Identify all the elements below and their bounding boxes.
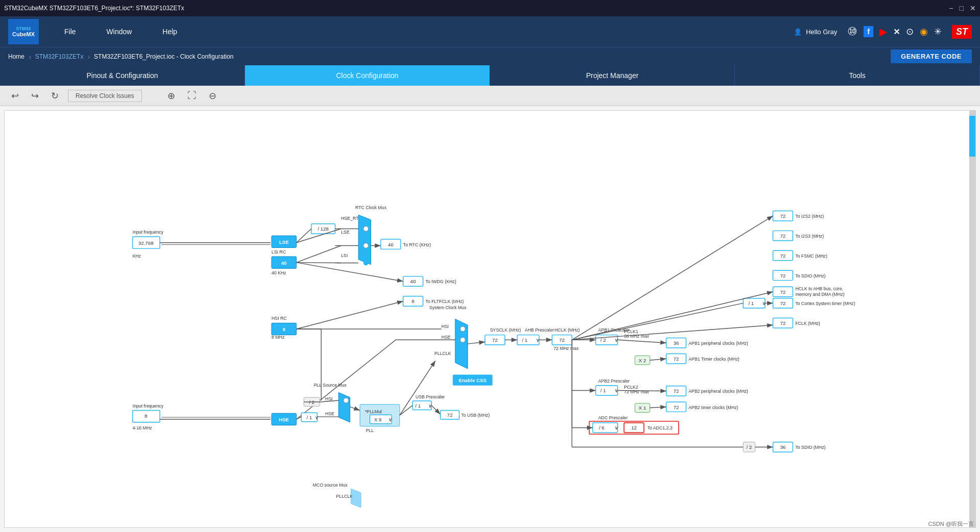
svg-text:72 MHz max: 72 MHz max [624,389,650,394]
svg-text:40: 40 [281,260,287,266]
svg-text:/ 2: / 2 [600,337,606,343]
breadcrumb-home[interactable]: Home [8,53,29,60]
svg-text:36: 36 [780,444,786,450]
twitter-icon[interactable]: ✕ [893,27,900,37]
svg-line-54 [297,301,403,328]
svg-text:72: 72 [673,388,679,394]
titlebar: STM32CubeMX STM32ZF103ET6_Project.ioc*: … [0,0,980,16]
scrollbar-thumb[interactable] [969,116,975,157]
redo-button[interactable]: ↪ [28,88,42,104]
logo-top: STM32 [16,26,31,31]
svg-line-110 [618,391,666,391]
close-button[interactable]: ✕ [970,4,976,12]
undo-button[interactable]: ↩ [8,88,22,104]
menu-window[interactable]: Window [91,16,148,47]
svg-line-92 [618,340,666,343]
window-controls[interactable]: − □ ✕ [949,4,976,12]
svg-text:To USB (MHz): To USB (MHz) [461,413,490,418]
anniversary-icon: ⑩ [847,25,857,38]
vertical-scrollbar[interactable] [969,111,975,527]
svg-point-33 [363,226,369,232]
github-icon[interactable]: ⊙ [906,26,914,37]
svg-text:12: 12 [631,425,637,430]
svg-text:72: 72 [780,273,786,278]
svg-text:To FLTFCLK (MHz): To FLTFCLK (MHz) [426,299,464,304]
clock-diagram-area[interactable]: Input frequency 32.768 KHz LSE LSI RC 40… [4,110,976,528]
svg-text:40: 40 [388,242,394,247]
svg-line-71 [468,342,485,344]
svg-text:APB1 Timer clocks (MHz): APB1 Timer clocks (MHz) [689,357,740,362]
menu-help[interactable]: Help [147,16,192,47]
tab-pinout[interactable]: Pinout & Configuration [0,65,245,86]
facebook-icon[interactable]: f [864,26,873,37]
svg-text:72 MHz max: 72 MHz max [553,346,579,351]
svg-text:HSE: HSE [279,417,289,422]
svg-point-60 [460,326,465,332]
svg-text:/ 1: / 1 [522,337,528,343]
svg-line-187 [350,407,360,411]
svg-text:HCLK to AHB bus, core,: HCLK to AHB bus, core, [795,286,843,291]
svg-text:X 9: X 9 [374,417,382,422]
svg-text:PLL: PLL [366,428,374,433]
zoom-in-button[interactable]: ⊕ [164,88,178,104]
svg-point-61 [460,337,465,342]
svg-point-34 [363,243,369,248]
tab-project[interactable]: Project Manager [490,65,735,86]
svg-text:APB2 timer clocks (MHz): APB2 timer clocks (MHz) [689,405,738,410]
menubar: STM32 CubeMX File Window Help 👤 Hello Gr… [0,16,980,47]
svg-text:ADC Prescaler: ADC Prescaler [598,415,628,420]
breadcrumb-project[interactable]: STM32ZF103ET6_Project.ioc - Clock Config… [90,53,237,60]
svg-text:USB Prescaler: USB Prescaler [415,394,445,399]
svg-text:X 2: X 2 [639,358,646,363]
youtube-icon[interactable]: ▶ [879,26,887,38]
menu-file[interactable]: File [49,16,91,47]
svg-text:LSI: LSI [341,253,348,258]
svg-text:*PLLMul: *PLLMul [365,409,382,414]
svg-text:AHB Prescaler: AHB Prescaler [525,327,554,333]
svg-point-35 [363,261,369,266]
svg-text:To SDIO (MHz): To SDIO (MHz) [795,273,825,278]
svg-text:To IWDG (KHz): To IWDG (KHz) [426,279,456,284]
tab-bar: Pinout & Configuration Clock Configurati… [0,65,980,86]
svg-text:To I2S3 (MHz): To I2S3 (MHz) [795,234,824,239]
breadcrumb-bar: Home › STM32F103ZETx › STM32ZF103ET6_Pro… [0,47,980,65]
svg-text:To FSMC (MHz): To FSMC (MHz) [795,254,827,259]
svg-line-116 [650,407,666,408]
refresh-button[interactable]: ↻ [48,88,62,104]
resolve-clock-issues-button[interactable]: Resolve Clock Issues [68,90,142,102]
tab-clock[interactable]: Clock Configuration [245,65,490,86]
tab-tools[interactable]: Tools [735,65,980,86]
svg-text:/ 6: / 6 [599,425,604,430]
svg-text:72: 72 [780,233,786,239]
svg-text:/ 1: / 1 [748,300,754,306]
fullscreen-button[interactable]: ⛶ [184,88,200,103]
settings-icon[interactable]: ✳ [934,26,942,37]
logo-bottom: CubeMX [12,31,35,37]
user-area: 👤 Hello Gray [794,28,837,36]
app-logo: STM32 CubeMX [8,19,39,44]
user-name: Hello Gray [806,28,837,36]
svg-point-180 [344,414,349,419]
minimize-button[interactable]: − [949,4,953,12]
svg-text:APB1 peripheral clocks (MHz): APB1 peripheral clocks (MHz) [689,341,748,346]
svg-line-198 [431,406,440,415]
svg-text:LSI RC: LSI RC [272,249,286,255]
svg-text:To SDIO (MHz): To SDIO (MHz) [795,445,825,450]
svg-text:APB2 Prescaler: APB2 Prescaler [598,378,630,384]
svg-text:To ADC1,2,3: To ADC1,2,3 [647,425,672,430]
svg-line-98 [650,359,666,360]
svg-text:HCLK (MHz): HCLK (MHz) [554,327,580,333]
svg-text:To Cortex System timer (MHz): To Cortex System timer (MHz) [795,301,855,306]
user-icon: 👤 [794,28,802,36]
svg-text:4-16 MHz: 4-16 MHz [133,425,153,430]
maximize-button[interactable]: □ [960,4,964,12]
svg-text:LSE: LSE [341,230,350,235]
svg-text:SYSCLK (MHz): SYSCLK (MHz) [490,327,521,333]
svg-text:32.768: 32.768 [138,240,154,246]
generate-code-button[interactable]: GENERATE CODE [891,49,972,63]
globe-icon[interactable]: ◉ [920,26,928,37]
zoom-out-button[interactable]: ⊖ [206,88,219,104]
svg-text:/ 128: / 128 [317,226,329,232]
svg-text:72: 72 [780,300,786,306]
breadcrumb-device[interactable]: STM32F103ZETx [31,53,88,60]
